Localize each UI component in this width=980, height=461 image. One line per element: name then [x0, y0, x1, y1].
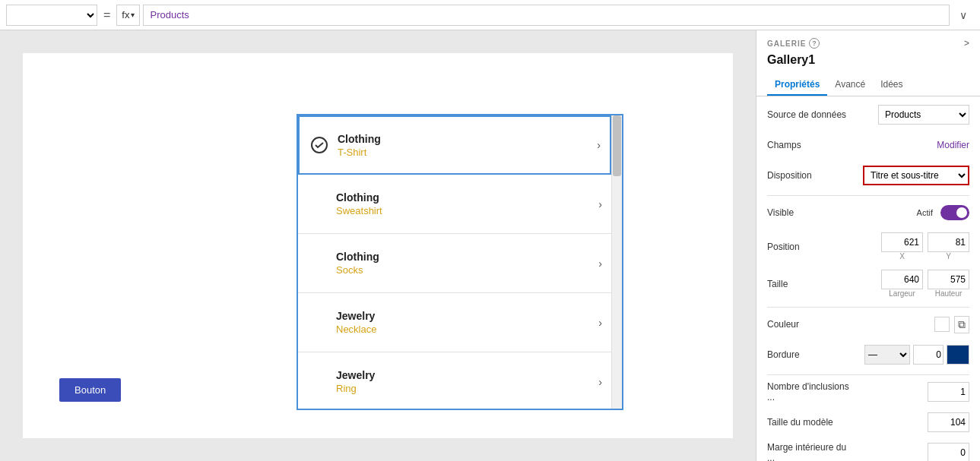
champs-row: Champs Modifier [767, 134, 969, 156]
gallery-item[interactable]: Jewelry Necklace › [298, 293, 611, 352]
position-row: Position X Y [767, 232, 969, 260]
item-text: Jewelry Necklace [336, 310, 598, 335]
couleur-control: ⧉ [934, 316, 969, 333]
color-paste-icon[interactable]: ⧉ [954, 316, 969, 333]
equals-symbol: = [100, 8, 113, 22]
inclusions-label: Nombre d'inclusions ... [767, 381, 851, 403]
champs-label: Champs [767, 140, 851, 150]
gallery-scrollbar-thumb[interactable] [613, 115, 621, 176]
visible-label: Visible [767, 207, 851, 218]
fx-label: fx [122, 9, 129, 21]
visible-toggle[interactable] [940, 205, 969, 220]
gallery-item[interactable]: Clothing T-Shirt › [298, 115, 611, 175]
x-label: X [881, 252, 923, 260]
gallery-item[interactable]: Clothing Sweatshirt › [298, 175, 611, 234]
item-text: Clothing T-Shirt [338, 133, 597, 158]
border-style-select[interactable]: — [864, 345, 910, 365]
taille-control: Largeur Hauteur [851, 270, 969, 298]
item-chevron-icon[interactable]: › [598, 257, 602, 270]
component-selector[interactable] [6, 5, 97, 26]
panel-expand-icon[interactable]: > [964, 38, 969, 49]
divider [767, 307, 969, 308]
position-label: Position [767, 242, 851, 252]
gallery-scrollbar[interactable] [611, 115, 622, 409]
panel-title: Gallery1 [756, 53, 980, 74]
inclusions-control [851, 382, 969, 402]
position-control: X Y [851, 232, 969, 260]
couleur-swatch[interactable] [934, 317, 950, 332]
canvas-white: Clothing T-Shirt › Clothing Sweatshirt › [23, 53, 733, 438]
item-icon [307, 194, 328, 215]
taille-h-input[interactable] [928, 270, 969, 289]
visible-control: Actif [851, 205, 969, 220]
right-panel: GALERIE ? > Gallery1 Propriétés Avancé I… [756, 30, 980, 461]
source-select[interactable]: Products [878, 105, 969, 125]
top-bar: = fx ▾ ∨ [0, 0, 980, 30]
panel-section-label: GALERIE ? [767, 38, 820, 49]
position-xy-group: X Y [881, 232, 969, 260]
marge-label: Marge intérieure du ... [767, 442, 851, 461]
gallery-widget[interactable]: Clothing T-Shirt › Clothing Sweatshirt › [297, 114, 623, 410]
disposition-row: Disposition Titre et sous-titre [767, 165, 969, 186]
main-layout: Clothing T-Shirt › Clothing Sweatshirt › [0, 30, 980, 461]
chevron-down-icon[interactable]: ▾ [131, 11, 135, 19]
visible-state-label: Actif [917, 208, 933, 217]
formula-input[interactable] [143, 5, 950, 26]
modifier-link[interactable]: Modifier [937, 140, 969, 150]
item-subtitle: Ring [336, 383, 598, 394]
item-chevron-icon[interactable]: › [598, 198, 602, 210]
canvas-area: Clothing T-Shirt › Clothing Sweatshirt › [0, 30, 756, 461]
position-xy-labels: X Y [881, 252, 969, 260]
taille-xy-inputs [881, 270, 969, 289]
source-row: Source de données Products [767, 104, 969, 125]
disposition-label: Disposition [767, 170, 851, 181]
canvas-bouton-button[interactable]: Bouton [59, 378, 121, 402]
item-text: Clothing Sweatshirt [336, 191, 598, 216]
modele-row: Taille du modèle [767, 412, 969, 433]
inclusions-input[interactable] [928, 382, 969, 402]
disposition-select[interactable]: Titre et sous-titre [863, 166, 969, 185]
top-bar-chevron-icon[interactable]: ∨ [953, 5, 974, 26]
source-label: Source de données [767, 109, 851, 120]
marge-input[interactable] [928, 443, 969, 461]
border-color-swatch[interactable] [947, 345, 969, 365]
tab-avance[interactable]: Avancé [827, 74, 873, 96]
tab-proprietes[interactable]: Propriétés [767, 74, 827, 96]
champs-control: Modifier [851, 140, 969, 150]
taille-row: Taille Largeur Hauteur [767, 270, 969, 298]
inclusions-row: Nombre d'inclusions ... [767, 381, 969, 403]
item-subtitle: T-Shirt [338, 147, 597, 158]
modele-label: Taille du modèle [767, 417, 851, 428]
position-x-input[interactable] [881, 232, 923, 252]
item-text: Clothing Socks [336, 251, 598, 276]
panel-header: GALERIE ? > [756, 30, 980, 53]
position-y-input[interactable] [928, 232, 969, 252]
item-text: Jewelry Ring [336, 369, 598, 394]
bordure-label: Bordure [767, 349, 851, 360]
item-subtitle: Socks [336, 264, 598, 276]
marge-row: Marge intérieure du ... [767, 442, 969, 461]
modele-input[interactable] [928, 412, 969, 432]
marge-control [851, 443, 969, 461]
tab-idees[interactable]: Idées [873, 74, 910, 96]
item-icon [307, 253, 328, 274]
help-icon[interactable]: ? [809, 38, 820, 49]
gallery-items: Clothing T-Shirt › Clothing Sweatshirt › [298, 115, 611, 409]
item-chevron-icon[interactable]: › [598, 376, 602, 388]
item-icon [307, 371, 328, 393]
taille-wh-labels: Largeur Hauteur [881, 289, 969, 298]
divider [767, 374, 969, 375]
border-width-input[interactable] [913, 345, 944, 365]
hauteur-label: Hauteur [928, 289, 969, 298]
panel-tabs: Propriétés Avancé Idées [756, 74, 980, 96]
item-icon [307, 312, 328, 333]
gallery-item[interactable]: Clothing Socks › [298, 234, 611, 293]
taille-w-input[interactable] [881, 270, 923, 289]
disposition-control: Titre et sous-titre [851, 166, 969, 185]
item-subtitle: Necklace [336, 324, 598, 335]
modele-control [851, 412, 969, 432]
visible-row: Visible Actif [767, 202, 969, 223]
item-chevron-icon[interactable]: › [597, 139, 601, 151]
item-chevron-icon[interactable]: › [598, 317, 602, 329]
gallery-item[interactable]: Jewelry Ring › [298, 352, 611, 409]
